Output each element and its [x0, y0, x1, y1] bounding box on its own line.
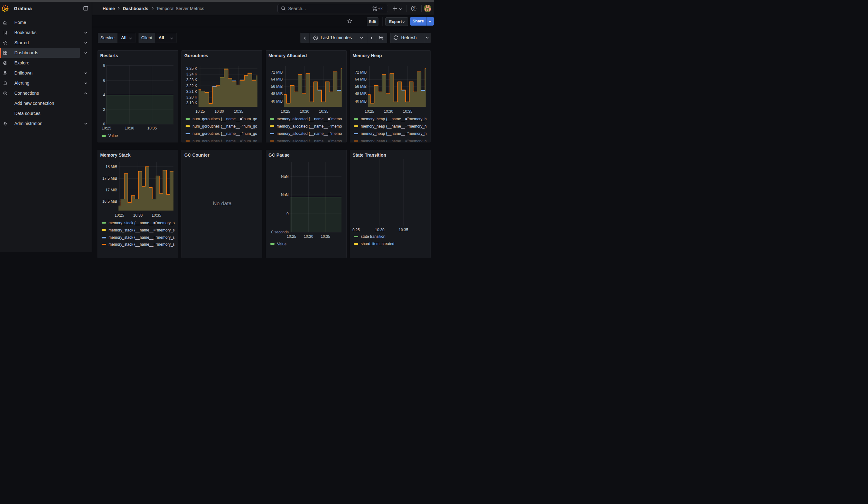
svg-text:3.21 K: 3.21 K — [186, 89, 197, 93]
svg-text:3.23 K: 3.23 K — [186, 78, 197, 82]
svg-text:40 MiB: 40 MiB — [355, 99, 366, 104]
svg-text:72 MiB: 72 MiB — [271, 70, 282, 74]
svg-text:0: 0 — [103, 122, 105, 126]
svg-text:64 MiB: 64 MiB — [271, 77, 282, 81]
svg-text:NaN: NaN — [281, 193, 289, 197]
svg-text:4: 4 — [103, 93, 105, 97]
svg-text:10:35: 10:35 — [399, 227, 408, 232]
svg-text:10:35: 10:35 — [234, 109, 244, 113]
svg-text:10:25: 10:25 — [281, 109, 290, 113]
svg-text:10:35: 10:35 — [147, 126, 157, 131]
svg-text:3.25 K: 3.25 K — [186, 66, 197, 71]
svg-text:NaN: NaN — [281, 174, 289, 178]
svg-text:18 MiB: 18 MiB — [105, 164, 117, 169]
svg-text:48 MiB: 48 MiB — [271, 92, 282, 96]
svg-text:3.19 K: 3.19 K — [186, 101, 197, 105]
svg-text:10:25: 10:25 — [195, 109, 205, 113]
svg-text:0: 0 — [286, 211, 289, 216]
svg-text:0:25: 0:25 — [352, 227, 360, 232]
svg-text:17.5 MiB: 17.5 MiB — [102, 176, 117, 181]
svg-text:0 seconds: 0 seconds — [271, 230, 289, 234]
svg-text:6: 6 — [103, 78, 105, 82]
svg-text:3.20 K: 3.20 K — [186, 95, 197, 100]
svg-text:10:35: 10:35 — [319, 109, 328, 113]
svg-text:10:25: 10:25 — [287, 234, 296, 238]
svg-text:10:25: 10:25 — [102, 126, 111, 131]
svg-text:10:35: 10:35 — [320, 234, 330, 238]
svg-text:3.22 K: 3.22 K — [186, 83, 197, 88]
svg-text:48 MiB: 48 MiB — [355, 92, 366, 96]
svg-text:10:30: 10:30 — [133, 213, 142, 218]
svg-text:10:25: 10:25 — [115, 213, 124, 218]
svg-text:16.5 MiB: 16.5 MiB — [102, 199, 117, 204]
svg-text:10:30: 10:30 — [384, 109, 393, 113]
svg-text:10:25: 10:25 — [364, 109, 374, 113]
svg-text:10:30: 10:30 — [375, 227, 384, 232]
svg-text:8: 8 — [103, 63, 105, 68]
svg-text:10:30: 10:30 — [125, 126, 134, 131]
svg-text:10:30: 10:30 — [300, 109, 309, 113]
svg-text:56 MiB: 56 MiB — [271, 84, 282, 89]
svg-text:3.24 K: 3.24 K — [186, 72, 197, 76]
svg-text:10:35: 10:35 — [152, 213, 161, 218]
svg-text:17 MiB: 17 MiB — [105, 187, 117, 192]
svg-text:10:30: 10:30 — [304, 234, 313, 238]
svg-text:40 MiB: 40 MiB — [271, 99, 282, 104]
svg-text:10:30: 10:30 — [214, 109, 224, 113]
svg-text:72 MiB: 72 MiB — [355, 70, 366, 74]
svg-text:2: 2 — [103, 107, 105, 112]
svg-text:64 MiB: 64 MiB — [355, 77, 366, 81]
svg-text:10:35: 10:35 — [403, 109, 412, 113]
svg-text:?: ? — [413, 7, 415, 10]
svg-text:56 MiB: 56 MiB — [355, 84, 366, 89]
